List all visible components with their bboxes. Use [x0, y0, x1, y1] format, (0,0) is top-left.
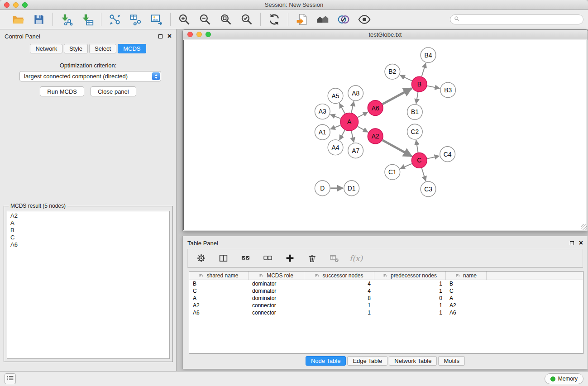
network-node-A3[interactable]: A3: [315, 104, 330, 119]
tab-network-table[interactable]: Network Table: [389, 356, 437, 366]
close-panel-icon[interactable]: ×: [167, 34, 172, 38]
network-close-button[interactable]: [187, 32, 193, 37]
network-node-A[interactable]: A: [340, 113, 359, 131]
search-field[interactable]: [450, 14, 583, 24]
tab-network[interactable]: Network: [30, 44, 62, 53]
network-edge-B-B1[interactable]: [416, 92, 418, 104]
export-image-icon[interactable]: [150, 13, 163, 26]
network-edge-C-C4[interactable]: [427, 156, 440, 159]
mcds-result-item[interactable]: C: [10, 234, 166, 241]
save-icon[interactable]: [32, 13, 46, 26]
network-node-A7[interactable]: A7: [348, 143, 363, 158]
column-header-predecessor-nodes[interactable]: predecessor nodes: [374, 272, 446, 280]
network-edge-A-A5[interactable]: [339, 103, 345, 114]
tab-select[interactable]: Select: [89, 44, 116, 53]
column-header-MCDS-role[interactable]: MCDS role: [249, 272, 304, 280]
home-icon[interactable]: [316, 13, 330, 26]
network-edge-A-A7[interactable]: [351, 131, 354, 143]
network-node-C3[interactable]: C3: [421, 181, 436, 197]
network-zoom-button[interactable]: [206, 32, 211, 37]
tab-edge-table[interactable]: Edge Table: [347, 356, 387, 366]
add-column-icon[interactable]: [283, 252, 296, 265]
report-icon[interactable]: [295, 13, 309, 26]
column-header-shared-name[interactable]: shared name: [189, 272, 249, 280]
split-columns-icon[interactable]: [216, 252, 230, 265]
network-node-D[interactable]: D: [315, 181, 330, 196]
network-edge-C-C1[interactable]: [400, 164, 412, 169]
zoom-selected-icon[interactable]: [240, 13, 253, 26]
network-node-A8[interactable]: A8: [348, 86, 363, 101]
network-node-C1[interactable]: C1: [385, 164, 400, 180]
close-panel-button[interactable]: Close panel: [91, 86, 136, 96]
network-edge-A-A3[interactable]: [330, 114, 340, 119]
import-table-icon[interactable]: [81, 13, 94, 26]
tab-node-table[interactable]: Node Table: [306, 356, 346, 366]
mcds-result-item[interactable]: A6: [10, 241, 166, 248]
optimization-criterion-dropdown[interactable]: largest connected component (directed): [19, 71, 161, 81]
network-table-icon[interactable]: [129, 13, 143, 26]
resize-grip[interactable]: [581, 224, 587, 230]
network-edge-B-B3[interactable]: [427, 86, 440, 89]
gear-icon[interactable]: [194, 252, 208, 265]
network-node-A5[interactable]: A5: [328, 88, 343, 104]
network-node-A2[interactable]: A2: [368, 129, 383, 144]
network-node-B1[interactable]: B1: [407, 105, 423, 120]
function-builder-icon[interactable]: f(x): [349, 254, 363, 263]
tab-mcds[interactable]: MCDS: [118, 44, 146, 53]
zoom-out-icon[interactable]: [198, 13, 212, 26]
refresh-icon[interactable]: [268, 13, 281, 26]
network-edge-A2-C[interactable]: [382, 140, 412, 157]
delete-column-icon[interactable]: [305, 252, 319, 265]
network-edit-icon[interactable]: [108, 13, 122, 26]
network-edge-A-A1[interactable]: [330, 125, 340, 129]
zoom-fit-icon[interactable]: [219, 13, 233, 26]
open-folder-icon[interactable]: [11, 13, 25, 26]
show-panels-button[interactable]: [5, 373, 16, 384]
run-mcds-button[interactable]: Run MCDS: [40, 86, 84, 96]
memory-button[interactable]: Memory: [545, 373, 583, 384]
close-window-button[interactable]: [4, 2, 10, 8]
float-panel-icon[interactable]: [158, 34, 163, 38]
style-check-icon[interactable]: [337, 13, 350, 26]
column-header-successor-nodes[interactable]: successor nodes: [304, 272, 374, 280]
network-canvas[interactable]: B4B2BB3A5A8A6A3B1AC2A1A2A4A7C4CC1C3DD1: [183, 40, 587, 230]
network-node-A1[interactable]: A1: [315, 124, 330, 140]
search-input[interactable]: [462, 16, 579, 23]
table-row[interactable]: A2connector11A2: [189, 302, 583, 309]
network-edge-A-A2[interactable]: [358, 126, 368, 132]
close-table-panel-icon[interactable]: ×: [579, 241, 583, 245]
network-node-B2[interactable]: B2: [385, 64, 400, 79]
network-node-B3[interactable]: B3: [440, 82, 456, 98]
table-row[interactable]: A6connector11A6: [189, 309, 583, 316]
network-edge-A-A8[interactable]: [351, 101, 354, 113]
zoom-window-button[interactable]: [22, 2, 28, 8]
network-edge-B-B2[interactable]: [400, 75, 412, 81]
network-node-A6[interactable]: A6: [368, 100, 383, 116]
network-node-C4[interactable]: C4: [440, 147, 455, 162]
import-network-icon[interactable]: [60, 13, 73, 26]
network-node-D1[interactable]: D1: [344, 181, 359, 196]
network-edge-A-A6[interactable]: [358, 112, 368, 117]
network-node-C2[interactable]: C2: [407, 124, 423, 139]
network-minimize-button[interactable]: [196, 32, 202, 37]
table-view-icon[interactable]: [327, 252, 341, 265]
eye-icon[interactable]: [358, 13, 371, 26]
column-header-name[interactable]: name: [446, 272, 487, 280]
minimize-window-button[interactable]: [13, 2, 19, 8]
table-row[interactable]: Cdominator41C: [189, 287, 583, 295]
network-node-C[interactable]: C: [411, 153, 427, 168]
mcds-result-item[interactable]: A2: [10, 212, 166, 219]
network-edge-A6-B[interactable]: [382, 88, 412, 104]
network-edge-C-C3[interactable]: [422, 168, 426, 181]
network-node-B[interactable]: B: [411, 76, 427, 92]
mcds-result-item[interactable]: A: [10, 219, 166, 227]
network-edge-B-B4[interactable]: [422, 63, 426, 76]
mcds-result-list[interactable]: A2ABCA6: [7, 211, 170, 359]
select-all-icon[interactable]: [239, 252, 252, 265]
network-node-A4[interactable]: A4: [328, 140, 343, 155]
tab-motifs[interactable]: Motifs: [438, 356, 465, 366]
network-node-B4[interactable]: B4: [421, 48, 436, 63]
network-edge-C-C2[interactable]: [416, 140, 418, 152]
table-row[interactable]: Bdominator41B: [189, 280, 583, 287]
table-row[interactable]: Adominator80A: [189, 295, 583, 302]
